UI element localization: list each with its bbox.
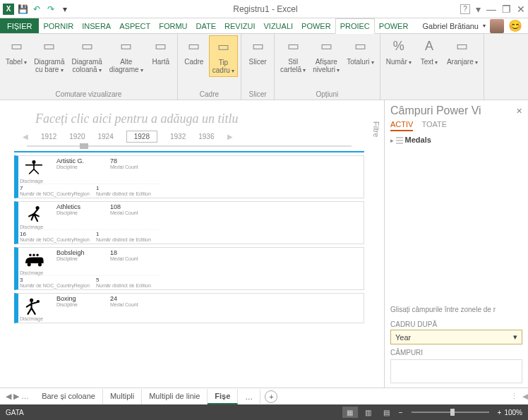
- svg-point-6: [32, 254, 35, 256]
- fields-label: CÂMPURI: [390, 349, 522, 356]
- numar-button[interactable]: %Număr: [383, 35, 414, 68]
- afis-niv-button[interactable]: ▭Afișareniveluri: [310, 35, 342, 76]
- timeline-prev-icon[interactable]: ◀: [23, 133, 28, 140]
- sheet-tab-2[interactable]: Multipli de linie: [142, 389, 208, 404]
- svg-point-5: [29, 254, 31, 256]
- year-1912[interactable]: 1912: [41, 133, 56, 140]
- status-text: GATA: [6, 409, 24, 416]
- tile-by-dropdown[interactable]: Year▾: [390, 330, 522, 344]
- tab-insera[interactable]: INSERA: [78, 18, 115, 33]
- tip-cadru-button[interactable]: ▭Tipcadru: [209, 35, 238, 77]
- view-break-icon[interactable]: ▤: [379, 407, 395, 418]
- view-normal-icon[interactable]: ▦: [342, 407, 358, 418]
- tab-revizui[interactable]: REVIZUI: [220, 18, 259, 33]
- tab-vizuali[interactable]: VIZUALI: [259, 18, 297, 33]
- tab-power[interactable]: POWER: [297, 18, 335, 33]
- card-athletics[interactable]: AthleticsDiscipline108Medal CountDiscIma…: [14, 201, 364, 244]
- zoom-level[interactable]: 100%: [504, 409, 522, 416]
- add-sheet-button[interactable]: +: [265, 390, 277, 403]
- timeline-next-icon[interactable]: ▶: [227, 133, 233, 140]
- slicer-button[interactable]: ▭Slicer: [244, 35, 271, 67]
- pane-tab-toate[interactable]: TOATE: [421, 120, 447, 131]
- text-button[interactable]: AText: [416, 35, 443, 68]
- undo-icon[interactable]: ↶: [31, 4, 42, 15]
- help-icon[interactable]: ?: [460, 4, 470, 14]
- year-1936[interactable]: 1936: [198, 133, 214, 140]
- harta-button[interactable]: ▭Hartă: [148, 35, 174, 67]
- year-1932[interactable]: 1932: [170, 133, 186, 140]
- fields-dropzone[interactable]: [390, 359, 522, 383]
- close-icon[interactable]: ✕: [517, 4, 525, 15]
- svg-point-3: [28, 263, 31, 266]
- maximize-icon[interactable]: ❐: [502, 4, 511, 15]
- minimize-icon[interactable]: —: [486, 4, 496, 15]
- user-avatar-icon[interactable]: [490, 19, 504, 33]
- card-artistic-g-[interactable]: Artistic G.Discipline78Medal CountDiscIm…: [14, 155, 364, 198]
- tabel-button[interactable]: ▭Tabel: [3, 35, 30, 68]
- sport-icon: [20, 249, 48, 270]
- filters-label[interactable]: Filtre: [372, 121, 380, 137]
- sheet-tab-1[interactable]: Multipli: [103, 389, 142, 404]
- field-table-medals[interactable]: Medals: [390, 136, 522, 144]
- svg-point-0: [32, 160, 35, 164]
- svg-point-7: [36, 254, 38, 256]
- zoom-out-button[interactable]: −: [396, 409, 406, 416]
- sport-icon: [20, 203, 48, 224]
- pane-close-icon[interactable]: ✕: [516, 107, 522, 116]
- view-page-icon[interactable]: ▥: [361, 407, 376, 418]
- user-name[interactable]: Gabriel Brătianu: [423, 22, 479, 30]
- timeline-scrubber[interactable]: [27, 145, 352, 147]
- chart-title-placeholder[interactable]: Faceți clic aici pentru a adăuga un titl…: [35, 112, 364, 126]
- tab-pornir[interactable]: PORNIR: [39, 18, 78, 33]
- sport-icon: [20, 157, 48, 179]
- alte-diag-button[interactable]: ▭Altediagrame: [107, 35, 146, 76]
- pane-tab-activ[interactable]: ACTIV: [390, 120, 413, 131]
- tab-date[interactable]: DATE: [192, 18, 221, 33]
- tile-by-label: CADRU DUPĂ: [390, 320, 522, 328]
- tab-formu[interactable]: FORMU: [155, 18, 191, 33]
- excel-icon: X: [3, 4, 14, 15]
- redo-icon[interactable]: ↷: [45, 4, 56, 15]
- year-1928[interactable]: 1928: [126, 131, 157, 143]
- zoom-slider[interactable]: [412, 412, 489, 413]
- sheet-nav[interactable]: ◀ ▶ …: [0, 392, 35, 401]
- tab-power[interactable]: POWER: [375, 18, 413, 33]
- save-icon[interactable]: 💾: [17, 4, 28, 15]
- zoom-in-button[interactable]: +: [495, 409, 505, 416]
- svg-point-4: [38, 263, 42, 266]
- sheet-more[interactable]: …: [238, 390, 260, 404]
- totaluri-button[interactable]: ▭Totaluri: [344, 35, 376, 68]
- drag-hint: Glisați câmpurile între zonele de r: [390, 306, 522, 313]
- svg-point-9: [37, 300, 40, 303]
- pane-title: Câmpuri Power Vi: [390, 104, 481, 117]
- sheet-tab-0[interactable]: Bare și coloane: [35, 389, 103, 404]
- chevron-down-icon: ▾: [513, 332, 517, 342]
- card-bobsleigh[interactable]: BobsleighDiscipline18Medal CountDiscImag…: [14, 247, 364, 290]
- tab-fișier[interactable]: FIȘIER: [0, 18, 39, 33]
- emoji-icon[interactable]: 😊: [508, 19, 522, 32]
- cadre-button[interactable]: ▭Cadre: [181, 35, 208, 67]
- diag-col-button[interactable]: ▭Diagramăcoloană: [69, 35, 105, 76]
- tab-aspect[interactable]: ASPECT: [115, 18, 155, 33]
- qat-customize-icon[interactable]: ▾: [59, 4, 71, 15]
- ribbon-options-icon[interactable]: ▾: [476, 4, 481, 15]
- stil-cart-button[interactable]: ▭Stilcartelă: [277, 35, 308, 76]
- aranjare-button[interactable]: ▭Aranjare: [444, 35, 481, 68]
- year-1920[interactable]: 1920: [69, 133, 85, 140]
- window-title: Registru1 - Excel: [71, 4, 460, 14]
- diag-bare-button[interactable]: ▭Diagramăcu bare: [31, 35, 67, 76]
- tab-proiec[interactable]: PROIEC: [335, 18, 375, 34]
- card-boxing[interactable]: BoxingDiscipline24Medal CountDiscImage: [14, 293, 364, 323]
- sport-icon: [20, 295, 48, 316]
- sheet-tab-3[interactable]: Fișe: [208, 389, 238, 404]
- year-1924[interactable]: 1924: [98, 133, 114, 140]
